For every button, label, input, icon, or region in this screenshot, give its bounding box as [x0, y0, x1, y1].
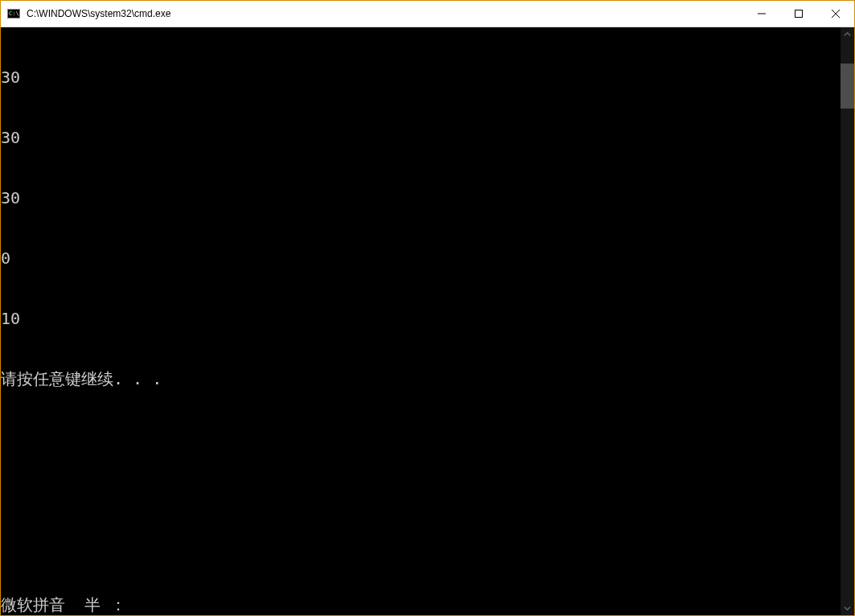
svg-text:C:\: C:\	[9, 10, 19, 17]
window-title: C:\WINDOWS\system32\cmd.exe	[27, 8, 743, 19]
output-line: 10	[1, 309, 841, 329]
ime-status-line: 微软拼音 半 ：	[1, 595, 126, 615]
scroll-up-button[interactable]	[841, 27, 854, 41]
close-button[interactable]	[817, 1, 854, 27]
console-client-area: 30 30 30 0 10 请按任意键继续. . . 微软拼音 半 ：	[1, 27, 854, 615]
press-any-key-prompt: 请按任意键继续. . .	[1, 369, 841, 389]
vertical-scrollbar[interactable]	[841, 27, 854, 615]
minimize-button[interactable]	[743, 1, 780, 27]
console-output: 30 30 30 0 10 请按任意键继续. . .	[1, 27, 841, 429]
scrollbar-thumb[interactable]	[841, 64, 854, 109]
maximize-button[interactable]	[780, 1, 817, 27]
output-line: 0	[1, 248, 841, 269]
scroll-down-button[interactable]	[841, 602, 854, 615]
cmd-window: C:\ C:\WINDOWS\system32\cmd.exe 30 30 30…	[0, 0, 855, 616]
output-line: 30	[1, 128, 841, 148]
titlebar[interactable]: C:\ C:\WINDOWS\system32\cmd.exe	[1, 1, 854, 27]
output-line: 30	[1, 68, 841, 88]
scrollbar-track[interactable]	[841, 41, 854, 602]
cmd-icon: C:\	[7, 7, 20, 20]
output-line: 30	[1, 188, 841, 208]
window-controls	[743, 1, 854, 27]
svg-rect-2	[795, 10, 803, 18]
console-text-area[interactable]: 30 30 30 0 10 请按任意键继续. . . 微软拼音 半 ：	[1, 27, 841, 615]
